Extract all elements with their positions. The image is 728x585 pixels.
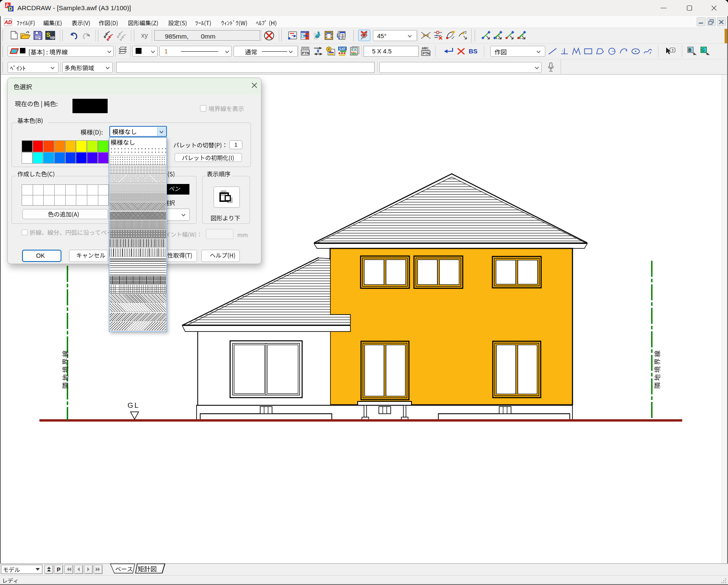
svg-text:GL: GL [128,401,140,410]
